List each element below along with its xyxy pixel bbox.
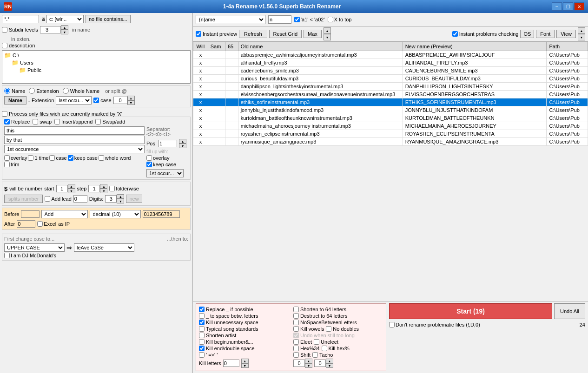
occur-select2[interactable]: 1st occur... [146,169,184,177]
subdir-checkbox[interactable] [2,27,7,33]
case-checkbox[interactable] [93,98,99,103]
restore-button[interactable]: ❐ [563,2,573,11]
no-file-button[interactable]: no file contains... [86,15,131,23]
digits-spin-down[interactable]: ▼ [117,199,124,203]
keepcase2-checkbox[interactable] [146,162,152,167]
subdir-spin-up[interactable]: ▲ [61,25,68,30]
splits-button[interactable]: splits number [4,195,43,203]
refresh-button[interactable]: Refresh [239,30,267,38]
after-input[interactable] [17,220,35,228]
typical-checkbox[interactable] [199,326,205,332]
occurrence-select[interactable]: 1st occurence [4,145,145,153]
addlead-checkbox[interactable] [45,196,50,202]
replace-checkbox[interactable] [4,119,10,124]
reset-grid-button[interactable]: Reset Grid [269,30,302,38]
case-spin-up[interactable]: ▲ [127,96,135,100]
n-input[interactable] [268,15,291,24]
digits-spin-up[interactable]: ▲ [117,194,124,199]
shift-spin-down[interactable]: ▼ [305,363,312,368]
start-spin-up[interactable]: ▲ [68,184,75,189]
table-row[interactable]: x ryanmusique_amazinggrace.mp3 RYANMUSIQ… [193,138,588,146]
destruct-checkbox[interactable] [293,313,299,319]
keepcase-checkbox[interactable] [68,155,73,161]
tacho-spin-up[interactable]: ▲ [326,359,333,363]
os-button[interactable]: OS [520,30,534,38]
step-input[interactable] [88,185,100,192]
killhex-checkbox[interactable] [322,346,327,351]
1time-checkbox[interactable] [28,155,33,161]
shorten-artist-checkbox[interactable] [199,333,205,338]
start-input[interactable] [56,185,68,192]
whole-radio[interactable] [63,88,69,94]
equals-checkbox[interactable] [199,352,205,358]
table-row[interactable]: x curious_beautifulday.mp3 CURIOUS_BEAUT… [193,75,588,83]
shift-val-input[interactable] [293,360,305,367]
tacho-val-input[interactable] [314,360,326,367]
view-spin-down[interactable]: ▼ [578,34,585,40]
table-row[interactable]: x danphillipson_lightsintheskyinstrument… [193,83,588,91]
tree-item-public[interactable]: 📁 Public [18,66,189,74]
drive-select[interactable]: c: [wir... [46,15,84,23]
max-spin-down[interactable]: ▼ [324,34,331,40]
trim-checkbox[interactable] [4,162,10,167]
tacho-spin-down[interactable]: ▼ [326,363,333,368]
start-button[interactable]: Start (19) [389,303,552,319]
this-input[interactable] [4,126,145,135]
start-spin-down[interactable]: ▼ [68,189,75,193]
filter-input[interactable] [2,15,39,23]
uneleet-checkbox[interactable] [314,339,319,345]
insert-checkbox[interactable] [54,119,60,124]
a1-checkbox[interactable] [294,17,300,22]
ext-radio[interactable] [29,88,35,94]
name-format-select[interactable]: {n}ame [196,15,265,24]
undo-when-checkbox[interactable] [293,333,299,338]
kill-vowels-checkbox[interactable] [293,326,299,332]
under-to-space-checkbox[interactable] [199,313,205,319]
tree-item-users[interactable]: 📁 Users [11,59,189,66]
eleet-checkbox[interactable] [293,339,299,345]
close-button[interactable]: ✕ [574,2,584,11]
then-case-select[interactable]: leAve CaSe [74,243,134,252]
font-button[interactable]: Font [536,30,555,38]
digits-input[interactable] [105,195,117,203]
view-spin-up[interactable]: ▲ [578,27,585,34]
subdir-spin-down[interactable]: ▼ [61,30,68,34]
overlay2-checkbox[interactable] [146,155,152,161]
xtop-checkbox[interactable] [328,17,333,22]
addlead-input[interactable] [73,195,87,203]
shift-checkbox[interactable] [293,352,299,358]
undo-all-button[interactable]: Undo All [554,303,585,319]
max-button[interactable]: Max [304,30,322,38]
table-row[interactable]: x abbaspremjee_awhimsicaljourneyinstrume… [193,51,588,59]
desc-checkbox[interactable] [2,43,7,48]
first-case-select[interactable]: UPPER CASE [4,243,65,252]
case-value[interactable] [113,97,127,104]
excel-checkbox[interactable] [37,221,43,227]
kill-unnec-checkbox[interactable] [199,320,205,325]
pos-input[interactable] [159,140,177,147]
kill-begin-checkbox[interactable] [199,339,205,345]
wholeword-checkbox[interactable] [99,155,104,161]
no-doubles-checkbox[interactable] [326,326,331,332]
pos-spin-down[interactable]: ▼ [179,144,186,148]
kill-letters-input[interactable] [223,360,239,367]
swap-checkbox[interactable] [33,119,38,124]
subdir-value[interactable] [40,26,61,33]
case-spin-down[interactable]: ▼ [127,100,135,105]
view-button[interactable]: View [556,30,576,38]
step-spin-up[interactable]: ▲ [100,184,107,189]
name-radio[interactable] [4,88,10,94]
pos-spin-up[interactable]: ▲ [179,139,186,144]
shorten-checkbox[interactable] [293,307,299,312]
table-row[interactable]: x michaelmaina_aheroesjourney instrument… [193,122,588,130]
instant-preview-checkbox[interactable] [196,31,201,37]
swapadd-checkbox[interactable] [95,119,101,124]
tree-item-c[interactable]: 📁 C:\ [3,52,189,59]
table-row[interactable]: x jonnyblu_injustthatkindofamood.mp3 JON… [193,106,588,114]
hex34-checkbox[interactable] [293,346,299,351]
table-row[interactable]: x elvisschoenbergsorchestrasurreal_madis… [193,91,588,98]
replace-under-checkbox[interactable] [199,307,205,312]
folderwise-checkbox[interactable] [109,186,115,191]
new-button[interactable]: new [126,195,142,203]
minimize-button[interactable]: − [552,2,562,11]
